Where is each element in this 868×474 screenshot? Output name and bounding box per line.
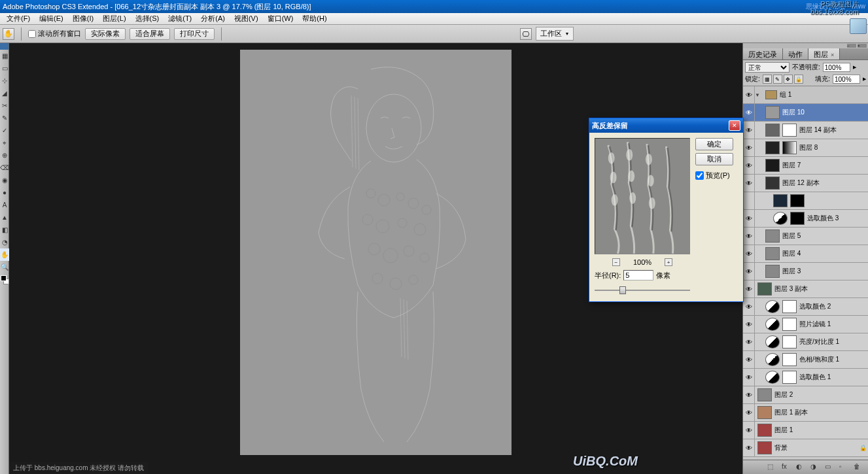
delete-layer-icon[interactable]: 🗑 — [854, 463, 864, 472]
tool-zoom[interactable]: 🔍 — [0, 261, 9, 273]
layer-row[interactable]: 👁图层 10 — [743, 104, 868, 122]
tab-actions[interactable]: 动作 — [783, 48, 808, 59]
preview-checkbox[interactable]: 预览(P) — [695, 171, 733, 180]
layer-name[interactable]: 图层 1 副本 — [774, 408, 868, 417]
tool-eyedropper[interactable]: ✎ — [0, 112, 9, 124]
document-canvas[interactable] — [240, 50, 512, 455]
visibility-toggle[interactable]: 👁 — [743, 263, 755, 280]
layer-thumb[interactable] — [765, 265, 780, 278]
layer-name[interactable]: 图层 8 — [799, 143, 868, 152]
visibility-toggle[interactable]: 👁 — [743, 228, 755, 245]
print-size-button[interactable]: 打印尺寸 — [174, 28, 215, 40]
layer-mask-thumb[interactable] — [782, 335, 797, 348]
layer-thumb[interactable] — [757, 388, 772, 401]
layer-thumb[interactable] — [757, 406, 772, 419]
ok-button[interactable]: 确定 — [695, 138, 733, 150]
visibility-toggle[interactable]: 👁 — [743, 245, 755, 263]
layer-row[interactable]: 👁图层 7 — [743, 157, 868, 175]
visibility-toggle[interactable]: 👁 — [743, 139, 755, 157]
layer-row[interactable]: 👁▼组 1 — [743, 86, 868, 104]
layer-row[interactable]: 👁图层 2 — [743, 386, 868, 404]
new-group-icon[interactable]: ▭ — [825, 463, 835, 472]
visibility-toggle[interactable]: 👁 — [743, 333, 755, 351]
layer-name[interactable]: 图层 3 — [782, 267, 868, 276]
tool-move[interactable]: ▦ — [0, 50, 9, 62]
tab-history[interactable]: 历史记录 — [743, 48, 783, 59]
layer-mask-thumb[interactable] — [782, 353, 797, 366]
layer-name[interactable]: 亮度/对比度 1 — [799, 337, 868, 347]
layer-name[interactable]: 图层 1 — [774, 426, 868, 435]
layer-row[interactable]: 👁亮度/对比度 1 — [743, 333, 868, 351]
tool-hand[interactable]: ✋ — [0, 248, 9, 261]
layer-thumb[interactable] — [765, 124, 780, 137]
tool-preset-icon[interactable]: ✋ — [3, 28, 14, 40]
layer-thumb[interactable] — [765, 106, 780, 119]
layer-thumb[interactable] — [765, 229, 780, 243]
tool-lasso[interactable]: ⊹ — [0, 75, 9, 87]
visibility-toggle[interactable]: 👁 — [743, 175, 755, 192]
corner-icon[interactable] — [850, 18, 867, 34]
tool-dodge[interactable]: ▲ — [0, 211, 9, 224]
tool-type[interactable]: ◔ — [0, 236, 9, 248]
layer-thumb[interactable] — [757, 282, 772, 296]
tool-wand[interactable]: ◢ — [0, 87, 9, 99]
radius-input[interactable] — [623, 270, 653, 280]
visibility-toggle[interactable]: 👁 — [743, 157, 755, 175]
layer-mask-thumb[interactable] — [782, 318, 797, 331]
layer-thumb[interactable] — [765, 177, 780, 190]
close-icon[interactable]: × — [858, 44, 867, 48]
layer-row[interactable]: 👁图层 12 副本 — [743, 175, 868, 192]
visibility-toggle[interactable]: 👁 — [743, 386, 755, 404]
layer-row[interactable]: 👁图层 8 — [743, 139, 868, 157]
zoom-out-button[interactable]: − — [612, 258, 620, 266]
visibility-toggle[interactable]: 👁 — [743, 351, 755, 369]
lock-transparency-icon[interactable]: ▦ — [763, 75, 772, 84]
actual-pixels-button[interactable]: 实际像素 — [85, 28, 126, 40]
tool-eraser[interactable]: ◉ — [0, 174, 9, 186]
visibility-toggle[interactable]: 👁 — [743, 280, 755, 298]
visibility-toggle[interactable]: 👁 — [743, 210, 755, 228]
layer-thumb[interactable] — [757, 441, 772, 454]
layer-mask-thumb[interactable] — [782, 141, 797, 154]
visibility-toggle[interactable]: 👁 — [743, 316, 755, 333]
layer-row[interactable]: 👁色相/饱和度 1 — [743, 351, 868, 369]
layer-row[interactable]: 👁选取颜色 1 — [743, 369, 868, 386]
radius-slider[interactable] — [595, 284, 690, 296]
layer-name[interactable]: 图层 4 — [782, 249, 868, 258]
lock-pixels-icon[interactable]: ✎ — [773, 75, 782, 84]
layer-mask-thumb[interactable] — [782, 300, 797, 313]
visibility-toggle[interactable]: 👁 — [743, 422, 755, 439]
layer-row[interactable]: 👁图层 1 — [743, 422, 868, 439]
new-layer-icon[interactable]: ▫ — [839, 463, 850, 472]
lock-all-icon[interactable]: 🔒 — [794, 75, 803, 84]
fit-screen-button[interactable]: 适合屏幕 — [130, 28, 170, 40]
visibility-toggle[interactable]: 👁 — [743, 439, 755, 457]
layer-name[interactable]: 图层 5 — [782, 231, 868, 241]
layer-thumb[interactable] — [765, 247, 780, 260]
menu-layer[interactable]: 图层(L) — [99, 13, 130, 24]
layer-name[interactable]: 照片滤镜 1 — [799, 320, 868, 329]
menu-file[interactable]: 文件(F) — [3, 13, 34, 24]
fill-value[interactable]: 100% — [833, 75, 860, 84]
layer-mask-thumb[interactable] — [782, 371, 797, 384]
layer-name[interactable]: 图层 12 副本 — [782, 178, 868, 188]
layer-thumb[interactable] — [773, 194, 788, 207]
visibility-toggle[interactable]: 👁 — [743, 298, 755, 316]
minimize-icon[interactable]: – — [847, 44, 856, 48]
layer-name[interactable]: 图层 2 — [774, 390, 868, 399]
screen-mode-icon[interactable]: 🖵 — [520, 28, 532, 40]
expand-icon[interactable]: ▼ — [755, 92, 763, 98]
layer-thumb[interactable] — [765, 159, 780, 172]
dialog-close-button[interactable]: ✕ — [729, 120, 740, 131]
layer-name[interactable]: 图层 3 副本 — [774, 284, 868, 294]
workspace-dropdown[interactable]: 工作区 — [536, 27, 574, 41]
layer-row[interactable]: 👁选取颜色 2 — [743, 298, 868, 316]
layer-row[interactable]: 👁照片滤镜 1 — [743, 316, 868, 333]
scroll-all-checkbox[interactable]: 滚动所有窗口 — [28, 29, 81, 39]
tool-marquee[interactable]: ▭ — [0, 62, 9, 75]
layer-name[interactable]: 选取颜色 1 — [799, 373, 868, 382]
layer-row[interactable]: 👁图层 14 副本 — [743, 122, 868, 139]
layer-name[interactable]: 图层 14 副本 — [799, 126, 868, 135]
visibility-toggle[interactable] — [743, 192, 755, 210]
lock-position-icon[interactable]: ✥ — [784, 75, 793, 84]
